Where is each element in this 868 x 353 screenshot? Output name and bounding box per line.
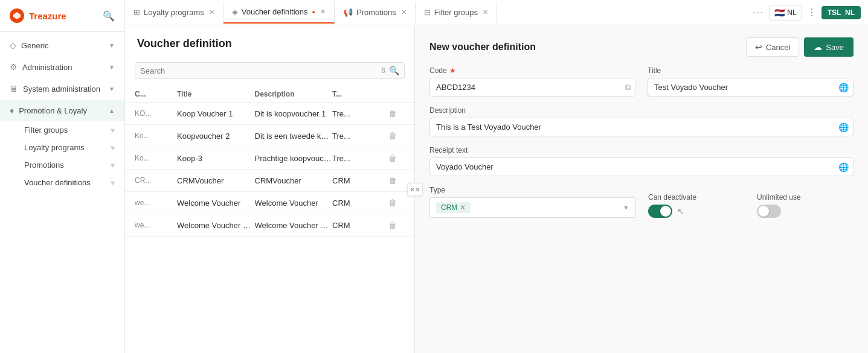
favorite-icon[interactable]: ♥ [111, 126, 115, 135]
cell-desc: Welcome Voucher [255, 199, 333, 208]
globe-icon[interactable]: 🌐 [838, 162, 849, 172]
cell-desc: CRMVoucher [255, 176, 333, 185]
sidebar-item-label: Loyalty programs [24, 143, 85, 152]
toggle-on[interactable] [648, 205, 672, 218]
grid-icon: ⊞ [133, 8, 140, 17]
col-header-title: Title [177, 90, 255, 98]
table-row[interactable]: CR... CRMVoucher CRMVoucher CRM 🗑 [125, 170, 414, 192]
favorite-icon[interactable]: ♥ [111, 144, 115, 152]
cell-desc: Dit is koopvoucher 1 [255, 109, 333, 118]
select-dropdown-icon: ▼ [623, 204, 629, 211]
nav-promotion-loyalty[interactable]: ♦ Promotion & Loyaly ▲ [0, 100, 124, 121]
more-options-icon[interactable]: ··· [753, 7, 764, 18]
type-select[interactable]: CRM ✕ ▼ [429, 197, 636, 218]
chevron-down-icon: ▼ [109, 86, 115, 92]
code-input[interactable] [429, 78, 635, 97]
filter-icon: ⊟ [424, 8, 431, 17]
table-row[interactable]: Ko... Koop-3 Prachtige koopvoucher! Tre.… [125, 147, 414, 170]
table-row[interactable]: Ko... Koopvoucher 2 Dit is een tweede ko… [125, 125, 414, 147]
cell-code: KO... [135, 109, 177, 118]
copy-icon[interactable]: ⧉ [625, 83, 631, 92]
cancel-button[interactable]: ↩ Cancel [746, 37, 799, 57]
chevron-up-icon: ▲ [109, 107, 115, 114]
tab-bar: ⊞ Loyalty programs ✕ ◈ Voucher definitio… [125, 0, 868, 25]
cell-code: Ko... [135, 154, 177, 162]
tab-label: Promotions [356, 8, 396, 17]
title-input[interactable] [648, 78, 854, 97]
panel-collapse-toggle[interactable]: « » [407, 183, 422, 196]
table-row[interactable]: KO... Koop Voucher 1 Dit is koopvoucher … [125, 103, 414, 125]
search-input[interactable] [140, 66, 378, 75]
language-selector[interactable]: 🇳🇱 NL [769, 5, 802, 21]
settings-icon[interactable]: ⋮ [807, 7, 817, 18]
generic-icon: ◇ [10, 40, 16, 50]
search-count: 6 [381, 66, 385, 75]
globe-icon[interactable]: 🌐 [838, 83, 849, 92]
toggle-knob [758, 206, 769, 217]
sidebar-item-promotions[interactable]: Promotions ♥ [0, 156, 124, 174]
cell-title: Koop Voucher 1 [177, 109, 255, 118]
form-group-can-deactivate: Can deactivate ↖ [648, 193, 745, 218]
nav-generic[interactable]: ◇ Generic ▼ [0, 34, 124, 56]
table-row[interactable]: we... Welcome Voucher Welcome Voucher CR… [125, 192, 414, 214]
right-panel-title: New voucher definition [429, 42, 536, 52]
form-row-description: Description 🌐 [429, 106, 854, 136]
cell-type: Tre... [332, 132, 381, 141]
cell-type: Tre... [332, 154, 381, 163]
admin-icon: ⚙ [10, 62, 18, 72]
type-row: Type CRM ✕ ▼ Can deactivate [429, 186, 854, 218]
close-icon[interactable]: ✕ [209, 8, 214, 16]
table-header: C... Title Description T... [125, 86, 414, 103]
right-panel-header: New voucher definition ↩ Cancel ☁ Save [415, 25, 868, 66]
type-tag: CRM ✕ [436, 202, 471, 213]
collapse-left-icon: « [410, 185, 414, 194]
user-label: TSL_NL [828, 8, 855, 17]
description-input[interactable] [429, 118, 854, 136]
delete-button[interactable]: 🗑 [381, 131, 405, 141]
save-button[interactable]: ☁ Save [804, 37, 854, 57]
nav-administration[interactable]: ⚙ Administration ▼ [0, 56, 124, 78]
tag-close-icon[interactable]: ✕ [460, 203, 466, 212]
col-header-type: T... [332, 90, 381, 98]
sidebar-item-label: Promotions [24, 161, 64, 170]
delete-button[interactable]: 🗑 [381, 220, 405, 230]
delete-button[interactable]: 🗑 [381, 109, 405, 118]
favorite-icon[interactable]: ♥ [111, 161, 115, 170]
toggle-off[interactable] [757, 205, 781, 218]
delete-button[interactable]: 🗑 [381, 198, 405, 208]
cell-title: Welcome Voucher [177, 199, 255, 208]
megaphone-icon: 📢 [343, 8, 353, 17]
tab-loyalty-programs[interactable]: ⊞ Loyalty programs ✕ [125, 2, 223, 23]
sidebar-item-voucher-definitions[interactable]: Voucher definitions ♥ [0, 174, 124, 191]
table-row[interactable]: we... Welcome Voucher 15% Welcome Vouche… [125, 214, 414, 237]
form-group-description: Description 🌐 [429, 106, 854, 136]
tab-filter-groups[interactable]: ⊟ Filter groups ✕ [416, 2, 497, 23]
delete-button[interactable]: 🗑 [381, 153, 405, 163]
favorite-icon[interactable]: ♥ [111, 179, 115, 187]
nav-system-admin[interactable]: 🖥 System administration ▼ [0, 78, 124, 100]
cell-title: Koopvoucher 2 [177, 132, 255, 141]
modified-dot: ● [312, 9, 315, 15]
close-icon[interactable]: ✕ [320, 8, 326, 16]
tab-voucher-definitions[interactable]: ◈ Voucher definitions ● ✕ [223, 1, 335, 24]
tab-label: Voucher definitions [242, 7, 308, 16]
sidebar-item-loyalty-programs[interactable]: Loyalty programs ♥ [0, 139, 124, 156]
chevron-down-icon: ▼ [109, 64, 115, 71]
globe-icon[interactable]: 🌐 [838, 122, 849, 132]
search-bar: 6 🔍 [135, 62, 405, 79]
unlimited-use-toggle [757, 205, 854, 218]
user-badge[interactable]: TSL_NL [821, 6, 861, 19]
panel-title: Voucher definition [137, 37, 402, 50]
sidebar-item-filter-groups[interactable]: Filter groups ♥ [0, 121, 124, 139]
nav-generic-label: Generic [21, 41, 49, 50]
receipt-input[interactable] [429, 157, 854, 176]
logo-area: Treazure 🔍 [0, 0, 124, 32]
search-magnify-icon[interactable]: 🔍 [389, 66, 399, 75]
close-icon[interactable]: ✕ [483, 8, 488, 16]
delete-button[interactable]: 🗑 [381, 176, 405, 185]
nav-promo-label: Promotion & Loyaly [19, 106, 87, 115]
search-button[interactable]: 🔍 [103, 10, 115, 22]
nav-menu: ◇ Generic ▼ ⚙ Administration ▼ 🖥 System … [0, 32, 124, 191]
tab-promotions[interactable]: 📢 Promotions ✕ [335, 2, 416, 23]
close-icon[interactable]: ✕ [401, 8, 407, 16]
